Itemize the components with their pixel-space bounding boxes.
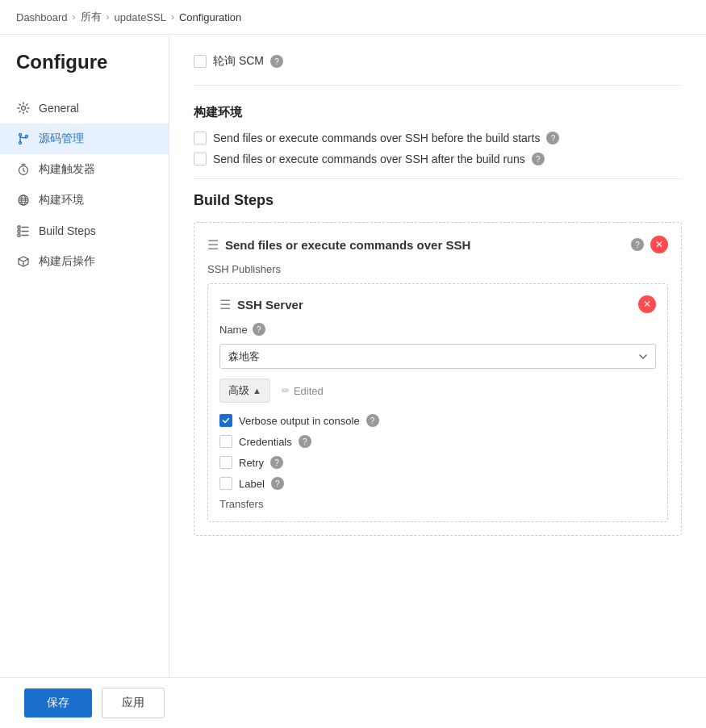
breadcrumb-sep-3: › [171, 11, 174, 23]
transfers-label: Transfers [219, 498, 656, 510]
card-help-icon[interactable]: ? [631, 238, 644, 251]
credentials-help-icon[interactable]: ? [299, 435, 311, 448]
breadcrumb: Dashboard › 所有 › updateSSL › Configurati… [0, 0, 706, 35]
server-drag-icon[interactable]: ☰ [219, 297, 231, 312]
build-env-title: 构建环境 [194, 98, 682, 120]
sidebar-item-env[interactable]: 构建环境 [0, 185, 169, 215]
build-steps-box: ☰ Send files or execute commands over SS… [194, 222, 682, 536]
sidebar-label-env: 构建环境 [39, 193, 84, 207]
svg-rect-9 [18, 234, 20, 236]
divider-1 [194, 85, 682, 86]
breadcrumb-all[interactable]: 所有 [81, 10, 102, 24]
gear-icon [16, 101, 31, 115]
card-close-button[interactable]: ✕ [650, 236, 668, 253]
retry-checkbox[interactable] [219, 456, 232, 469]
credentials-row: Credentials ? [219, 435, 656, 448]
label-label: Label [239, 478, 265, 490]
breadcrumb-sep-1: › [73, 11, 76, 23]
list-icon [16, 224, 31, 238]
drag-icon[interactable]: ☰ [207, 237, 219, 253]
ssh-before-checkbox[interactable] [194, 132, 207, 144]
chevron-up-icon: ▲ [253, 386, 261, 395]
name-select-wrapper: 森地客 [219, 344, 656, 369]
content-area: 轮询 SCM ? 构建环境 Send files or execute comm… [169, 35, 706, 728]
advanced-label: 高级 [228, 383, 249, 398]
pencil-icon: ✏ [282, 385, 290, 396]
clock-icon [16, 162, 31, 177]
box-icon [16, 254, 31, 269]
apply-button[interactable]: 应用 [102, 688, 165, 718]
credentials-checkbox[interactable] [219, 435, 232, 448]
sidebar-label-general: General [39, 102, 79, 115]
svg-rect-8 [18, 230, 20, 232]
globe-icon [16, 193, 31, 207]
retry-row: Retry ? [219, 456, 656, 469]
code-branch-icon [16, 132, 31, 146]
advanced-button[interactable]: 高级 ▲ [219, 379, 270, 403]
save-button[interactable]: 保存 [24, 688, 92, 718]
sidebar-item-source[interactable]: 源码管理 [0, 123, 169, 154]
credentials-label: Credentials [239, 436, 292, 448]
sidebar-item-steps[interactable]: Build Steps [0, 215, 169, 246]
main-layout: Configure General 源码 [0, 35, 706, 728]
breadcrumb-dashboard[interactable]: Dashboard [16, 11, 68, 23]
name-field-row: Name ? [219, 323, 656, 336]
edited-label: Edited [294, 385, 324, 397]
scm-row: 轮询 SCM ? [194, 54, 682, 69]
server-close-button[interactable]: ✕ [638, 295, 656, 313]
sidebar-label-trigger: 构建触发器 [39, 162, 95, 177]
card-title: Send files or execute commands over SSH [225, 238, 625, 252]
name-label: Name [219, 324, 248, 336]
ssh-before-help-icon[interactable]: ? [546, 132, 559, 144]
sidebar-label-steps: Build Steps [39, 224, 96, 237]
verbose-help-icon[interactable]: ? [366, 414, 379, 427]
card-header: ☰ Send files or execute commands over SS… [207, 236, 668, 253]
ssh-server-header: ☰ SSH Server ✕ [219, 295, 656, 313]
name-help-icon[interactable]: ? [253, 323, 265, 336]
ssh-server-box: ☰ SSH Server ✕ Name ? 森地客 [207, 283, 668, 522]
retry-label: Retry [239, 457, 264, 469]
scm-help-icon[interactable]: ? [270, 55, 283, 68]
breadcrumb-current: Configuration [179, 11, 241, 23]
sidebar: Configure General 源码 [0, 35, 169, 728]
svg-rect-7 [18, 226, 20, 228]
advanced-row: 高级 ▲ ✏ Edited [219, 379, 656, 403]
verbose-row: Verbose output in console ? [219, 414, 656, 427]
ssh-before-row: Send files or execute commands over SSH … [194, 132, 682, 144]
breadcrumb-updatessl[interactable]: updateSSL [115, 11, 166, 23]
server-title: SSH Server [237, 298, 632, 312]
ssh-after-label: Send files or execute commands over SSH … [213, 153, 525, 165]
sidebar-label-post: 构建后操作 [39, 254, 95, 269]
retry-help-icon[interactable]: ? [270, 456, 283, 469]
verbose-label: Verbose output in console [239, 415, 360, 427]
sidebar-item-trigger[interactable]: 构建触发器 [0, 154, 169, 185]
footer: 保存 应用 [0, 677, 706, 728]
breadcrumb-sep-2: › [107, 11, 110, 23]
label-row: Label ? [219, 477, 656, 490]
svg-point-0 [22, 107, 26, 111]
ssh-after-checkbox[interactable] [194, 153, 207, 165]
build-steps-title: Build Steps [194, 192, 682, 209]
sidebar-title: Configure [0, 51, 169, 93]
edited-indicator: ✏ Edited [282, 385, 324, 397]
scm-label: 轮询 SCM [213, 54, 264, 69]
ssh-before-label: Send files or execute commands over SSH … [213, 132, 540, 144]
scm-checkbox[interactable] [194, 55, 207, 68]
sidebar-item-general[interactable]: General [0, 93, 169, 123]
ssh-after-row: Send files or execute commands over SSH … [194, 153, 682, 165]
sidebar-label-source: 源码管理 [39, 132, 84, 146]
verbose-checkbox[interactable] [219, 414, 232, 427]
sidebar-item-post[interactable]: 构建后操作 [0, 246, 169, 277]
publishers-label: SSH Publishers [207, 263, 668, 275]
name-select[interactable]: 森地客 [219, 344, 656, 369]
label-checkbox[interactable] [219, 477, 232, 490]
ssh-after-help-icon[interactable]: ? [532, 153, 545, 165]
label-help-icon[interactable]: ? [271, 477, 284, 490]
divider-2 [194, 178, 682, 179]
